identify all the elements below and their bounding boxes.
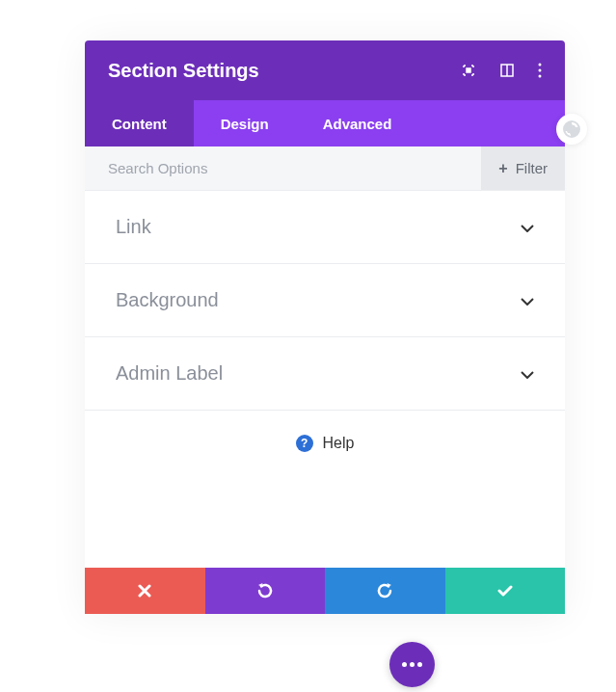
expand-icon[interactable] (461, 63, 476, 78)
option-label: Background (116, 289, 219, 311)
option-label: Admin Label (116, 362, 223, 385)
check-icon (497, 585, 513, 597)
tab-content[interactable]: Content (85, 100, 194, 146)
help-label: Help (323, 435, 355, 452)
cancel-button[interactable] (85, 568, 205, 614)
search-input[interactable] (85, 146, 481, 190)
help-button[interactable]: ? Help (85, 411, 565, 476)
chevron-down-icon (521, 365, 534, 383)
dots-icon (402, 662, 422, 667)
option-background[interactable]: Background (85, 264, 565, 337)
chevron-down-icon (521, 219, 534, 236)
header-icons (461, 63, 542, 78)
save-button[interactable] (445, 568, 566, 614)
help-icon: ? (296, 435, 313, 452)
modal-title: Section Settings (108, 60, 259, 82)
undo-icon (256, 582, 274, 599)
redo-icon (376, 582, 393, 599)
globe-icon[interactable] (556, 114, 587, 145)
undo-button[interactable] (205, 568, 326, 614)
close-icon (138, 584, 151, 598)
option-label: Link (116, 216, 151, 238)
svg-rect-0 (467, 68, 470, 72)
footer-actions (85, 568, 565, 614)
settings-modal: Section Settings (85, 40, 565, 614)
option-link[interactable]: Link (85, 191, 565, 264)
plus-icon: + (498, 160, 507, 177)
option-admin-label[interactable]: Admin Label (85, 337, 565, 411)
filter-label: Filter (516, 160, 548, 176)
svg-point-4 (539, 69, 542, 72)
tab-design[interactable]: Design (194, 100, 296, 146)
tab-bar: Content Design Advanced (85, 100, 565, 146)
filter-button[interactable]: + Filter (481, 146, 565, 190)
search-filter-row: + Filter (85, 146, 565, 191)
panel-icon[interactable] (499, 63, 515, 78)
svg-point-3 (539, 64, 542, 67)
fab-more[interactable] (389, 642, 435, 687)
more-icon[interactable] (538, 63, 542, 78)
spacer (85, 476, 565, 568)
tab-advanced[interactable]: Advanced (296, 100, 419, 146)
svg-point-5 (539, 75, 542, 78)
redo-button[interactable] (325, 568, 445, 614)
modal-header: Section Settings (85, 40, 565, 100)
chevron-down-icon (521, 292, 534, 309)
